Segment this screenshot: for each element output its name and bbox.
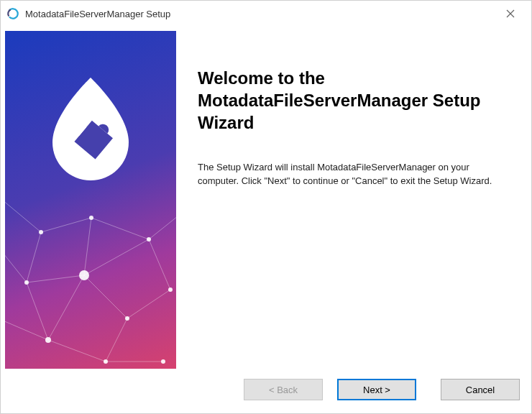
svg-line-13	[127, 290, 170, 318]
svg-point-25	[24, 280, 29, 285]
svg-line-16	[48, 340, 106, 362]
svg-line-4	[5, 196, 41, 232]
app-icon	[6, 7, 19, 20]
brand-logo	[44, 74, 137, 182]
drop-puzzle-icon	[44, 74, 137, 182]
svg-point-26	[79, 270, 89, 280]
svg-line-17	[106, 318, 127, 362]
wizard-heading: Welcome to the MotadataFileServerManager…	[198, 67, 505, 134]
svg-line-11	[84, 239, 149, 275]
wizard-body-text: The Setup Wizard will install MotadataFi…	[198, 160, 505, 188]
svg-point-29	[45, 337, 51, 343]
svg-line-5	[41, 218, 91, 232]
svg-point-24	[147, 237, 151, 242]
close-button[interactable]	[495, 4, 526, 24]
svg-line-8	[27, 232, 41, 282]
svg-line-21	[48, 275, 84, 340]
svg-point-28	[168, 288, 173, 292]
svg-point-22	[39, 230, 43, 234]
svg-line-12	[84, 275, 127, 318]
button-row: < Back Next > Cancel	[1, 373, 531, 413]
wizard-content: Welcome to the MotadataFileServerManager…	[176, 31, 527, 369]
svg-line-9	[27, 275, 84, 282]
svg-line-15	[27, 282, 48, 340]
svg-point-30	[104, 359, 108, 364]
svg-line-14	[149, 239, 170, 290]
window-title: MotadataFileServerManager Setup	[25, 9, 495, 19]
wizard-banner	[5, 31, 176, 369]
svg-point-23	[89, 216, 93, 220]
svg-point-27	[125, 316, 129, 321]
svg-line-6	[91, 218, 149, 239]
content-area: Welcome to the MotadataFileServerManager…	[1, 27, 531, 373]
svg-point-31	[161, 359, 165, 364]
svg-line-10	[84, 218, 91, 275]
titlebar: MotadataFileServerManager Setup	[1, 1, 531, 27]
back-button: < Back	[244, 379, 323, 400]
cancel-button[interactable]: Cancel	[441, 379, 520, 400]
svg-line-7	[149, 211, 176, 239]
next-button[interactable]: Next >	[337, 379, 416, 400]
svg-line-19	[5, 318, 48, 340]
svg-line-20	[5, 247, 27, 282]
close-icon	[506, 9, 515, 18]
